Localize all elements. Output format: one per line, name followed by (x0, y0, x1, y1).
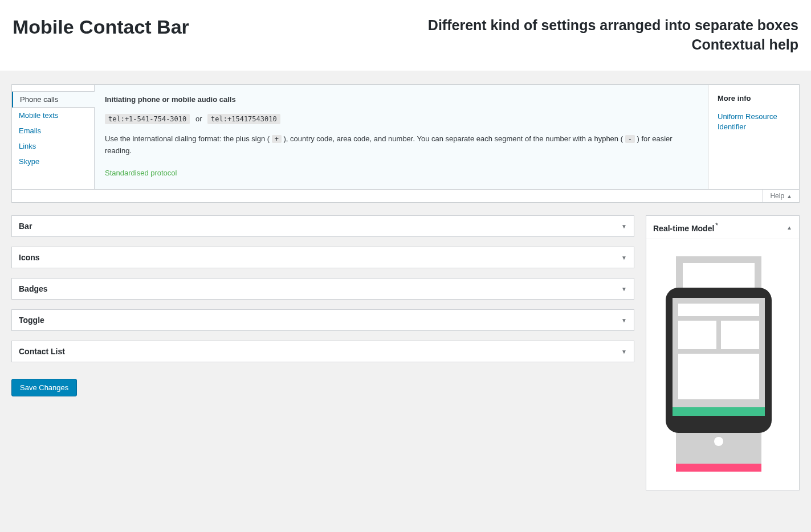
chevron-down-icon: ▼ (621, 317, 627, 324)
save-changes-button[interactable]: Save Changes (11, 379, 77, 396)
metabox-toggle: Toggle ▼ (11, 309, 634, 331)
help-tab-skype[interactable]: Skype (12, 154, 94, 169)
metabox-contact-list: Contact List ▼ (11, 341, 634, 362)
help-sidebar-title: More info (718, 94, 790, 103)
metabox-badges-header[interactable]: Badges ▼ (12, 279, 634, 299)
metabox-bar: Bar ▼ (11, 215, 634, 237)
realtime-model-header[interactable]: Real-time Model* ▲ (646, 216, 799, 239)
chevron-up-icon: ▲ (786, 193, 792, 199)
contextual-help-panel: Phone calls Mobile texts Emails Links Sk… (11, 84, 800, 190)
help-content: Initiating phone or mobile audio calls t… (95, 85, 708, 190)
help-content-heading: Initiating phone or mobile audio calls (105, 94, 698, 106)
example-code-2: tel:+15417543010 (207, 114, 280, 124)
chevron-down-icon: ▼ (621, 223, 627, 230)
realtime-model-panel: Real-time Model* ▲ (646, 215, 800, 490)
help-sidebar: More info Uniform Resource Identifier (708, 85, 799, 190)
chevron-down-icon: ▼ (621, 255, 627, 261)
chevron-up-icon: ▲ (786, 224, 792, 231)
dash-key: - (625, 135, 635, 143)
metabox-bar-header[interactable]: Bar ▼ (12, 216, 634, 236)
metabox-icons: Icons ▼ (11, 247, 634, 268)
help-tab-list: Phone calls Mobile texts Emails Links Sk… (12, 85, 95, 190)
plus-key: + (272, 135, 282, 143)
metabox-badges: Badges ▼ (11, 278, 634, 300)
preview-contact-bar-pink (676, 464, 761, 472)
help-instruction: Use the international dialing format: th… (105, 133, 698, 157)
preview-contact-bar-green (673, 407, 765, 416)
preview-phone-frame (666, 288, 772, 433)
chevron-down-icon: ▼ (621, 349, 627, 355)
uri-link[interactable]: Uniform Resource Identifier (718, 112, 777, 131)
help-toggle-row: Help ▲ (11, 189, 800, 203)
page-tagline: Different kind of settings arranged into… (428, 16, 798, 55)
metabox-toggle-header[interactable]: Toggle ▼ (12, 310, 634, 330)
help-toggle[interactable]: Help ▲ (763, 190, 799, 202)
page-header: Mobile Contact Bar Different kind of set… (0, 0, 811, 71)
metabox-contact-list-header[interactable]: Contact List ▼ (12, 341, 634, 362)
example-code-1: tel:+1-541-754-3010 (105, 114, 190, 124)
help-tab-mobile-texts[interactable]: Mobile texts (12, 108, 94, 123)
standardised-protocol-link[interactable]: Standardised protocol (105, 167, 177, 179)
help-tab-emails[interactable]: Emails (12, 123, 94, 138)
help-tab-links[interactable]: Links (12, 138, 94, 154)
realtime-model-preview (646, 239, 799, 490)
phone-home-button-icon (714, 437, 723, 446)
chevron-down-icon: ▼ (621, 286, 627, 292)
help-tab-phone-calls[interactable]: Phone calls (12, 92, 95, 108)
page-title: Mobile Contact Bar (13, 16, 189, 38)
metabox-icons-header[interactable]: Icons ▼ (12, 247, 634, 268)
